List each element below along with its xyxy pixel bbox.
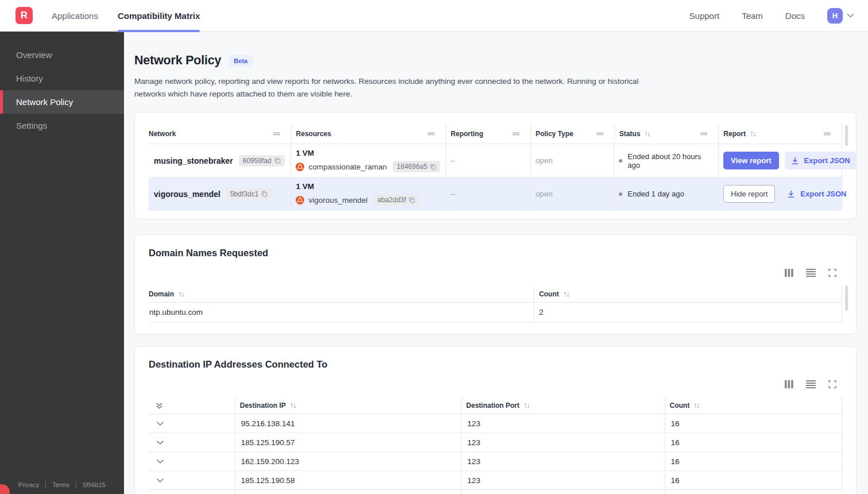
destinations-card-title: Destination IP Addresses Connected To	[149, 359, 842, 370]
column-header-status[interactable]: Status	[614, 124, 719, 144]
destination-ip: 162.159.200.123	[241, 457, 299, 466]
domain-value: ntp.ubuntu.com	[149, 308, 203, 317]
column-header-destination-ip[interactable]: Destination IP	[235, 397, 461, 414]
network-row: musing_stonebraker 60959fad 1 VM compass…	[149, 144, 842, 177]
primary-nav: Applications Compatibility Matrix	[52, 0, 200, 32]
column-header-policy-type[interactable]: Policy Type	[530, 124, 614, 144]
destinations-table-header: Destination IP Destination Port Count	[149, 397, 842, 414]
vm-id-badge: aba2dd3f	[373, 194, 419, 206]
download-icon	[791, 157, 799, 165]
sort-icon[interactable]	[178, 291, 185, 298]
row-expander-chevron-icon[interactable]	[157, 441, 164, 445]
nav-link-support[interactable]: Support	[689, 11, 720, 21]
status-dot-icon	[619, 159, 622, 163]
ubuntu-icon	[296, 163, 304, 171]
rows-view-icon[interactable]	[806, 269, 816, 277]
sidebar-item-network-policy[interactable]: Network Policy	[0, 90, 124, 114]
destination-port: 123	[467, 438, 480, 447]
copy-icon[interactable]	[430, 164, 436, 170]
expand-all-header[interactable]	[149, 397, 235, 414]
beta-badge: Beta	[228, 55, 253, 67]
fullscreen-icon[interactable]	[828, 380, 836, 388]
table-scrollbar-thumb[interactable]	[845, 285, 848, 311]
sort-icon[interactable]	[644, 131, 651, 137]
row-expander-chevron-icon[interactable]	[157, 460, 164, 464]
divider	[76, 481, 76, 488]
copy-icon[interactable]	[261, 191, 268, 197]
reporting-value: –	[451, 156, 455, 165]
privacy-link[interactable]: Privacy	[18, 481, 39, 488]
avatar[interactable]: H	[827, 8, 843, 24]
destination-port: 123	[467, 419, 480, 428]
count-value: 16	[671, 419, 680, 428]
sort-icon[interactable]	[524, 403, 530, 409]
sort-icon[interactable]	[290, 403, 297, 409]
rows-view-icon[interactable]	[806, 380, 816, 388]
copy-icon[interactable]	[409, 197, 415, 203]
domains-card: Domain Names Requested Domain Count	[134, 234, 857, 334]
row-expander-chevron-icon[interactable]	[157, 422, 164, 426]
drag-handle-icon[interactable]	[823, 132, 831, 136]
hide-report-button[interactable]: Hide report	[723, 185, 775, 203]
vm-count: 1 VM	[296, 182, 314, 191]
count-value: 2	[539, 308, 544, 317]
destination-row: 185.125.190.58 123 16	[149, 471, 842, 490]
drag-handle-icon[interactable]	[273, 132, 281, 136]
policy-type-value: open	[536, 190, 553, 198]
nav-link-docs[interactable]: Docs	[785, 11, 805, 21]
terms-link[interactable]: Terms	[52, 481, 69, 488]
drag-handle-icon[interactable]	[427, 132, 435, 136]
sidebar-footer: Privacy Terms 5f56b15	[0, 481, 124, 488]
destination-row: 185.125.190.57 123 16	[149, 433, 842, 452]
domains-table-header: Domain Count	[149, 286, 842, 303]
reporting-value: –	[451, 190, 455, 198]
column-header-resources[interactable]: Resources	[291, 124, 446, 144]
nav-link-team[interactable]: Team	[742, 11, 763, 21]
sidebar-item-settings[interactable]: Settings	[0, 114, 124, 137]
columns-view-icon[interactable]	[785, 380, 793, 388]
network-id-badge: 5bdf3dc1	[226, 188, 272, 200]
app-logo[interactable]: R	[16, 7, 33, 24]
sort-icon[interactable]	[750, 131, 757, 137]
export-json-button[interactable]: Export JSON	[781, 185, 852, 203]
page-description: Manage network policy, reporting and vie…	[134, 75, 640, 100]
nav-tab-applications[interactable]: Applications	[52, 0, 98, 32]
vm-name: vigorous_mendel	[308, 196, 367, 204]
destination-ip: 185.125.190.57	[241, 438, 295, 447]
double-chevron-down-icon[interactable]	[156, 402, 163, 410]
copy-icon[interactable]	[274, 157, 281, 164]
column-header-report[interactable]: Report	[718, 124, 842, 144]
sort-icon[interactable]	[693, 403, 700, 409]
table-scrollbar-thumb[interactable]	[845, 125, 848, 146]
view-report-button[interactable]: View report	[723, 152, 779, 169]
status-badge: Ended about 20 hours ago	[619, 152, 714, 169]
destination-port: 123	[467, 476, 480, 485]
domains-toolbar	[149, 269, 842, 277]
drag-handle-icon[interactable]	[700, 132, 708, 136]
sort-icon[interactable]	[563, 291, 570, 298]
column-header-count[interactable]: Count	[534, 286, 842, 302]
drag-handle-icon[interactable]	[596, 132, 604, 136]
fullscreen-icon[interactable]	[828, 269, 836, 277]
user-menu[interactable]: H	[827, 8, 854, 24]
row-expander-chevron-icon[interactable]	[157, 478, 164, 483]
status-dot-icon	[619, 192, 622, 196]
drag-handle-icon[interactable]	[512, 132, 520, 136]
divider	[45, 481, 46, 488]
export-json-button[interactable]: Export JSON	[785, 152, 857, 169]
column-header-count[interactable]: Count	[665, 397, 842, 414]
column-header-reporting[interactable]: Reporting	[445, 124, 530, 144]
build-hash: 5f56b15	[83, 481, 106, 488]
network-name: musing_stonebraker	[154, 156, 233, 165]
sidebar-item-history[interactable]: History	[0, 67, 124, 90]
nav-tab-compatibility-matrix[interactable]: Compatibility Matrix	[118, 0, 200, 32]
sidebar-item-overview[interactable]: Overview	[0, 43, 124, 67]
policy-type-value: open	[536, 156, 553, 165]
column-header-domain[interactable]: Domain	[149, 286, 534, 302]
columns-view-icon[interactable]	[785, 269, 793, 277]
column-header-destination-port[interactable]: Destination Port	[461, 397, 664, 414]
chevron-down-icon[interactable]	[847, 13, 854, 18]
column-header-network[interactable]: Network	[149, 124, 291, 144]
domains-card-title: Domain Names Requested	[149, 248, 842, 258]
vm-id-badge: 184696a5	[393, 161, 440, 172]
